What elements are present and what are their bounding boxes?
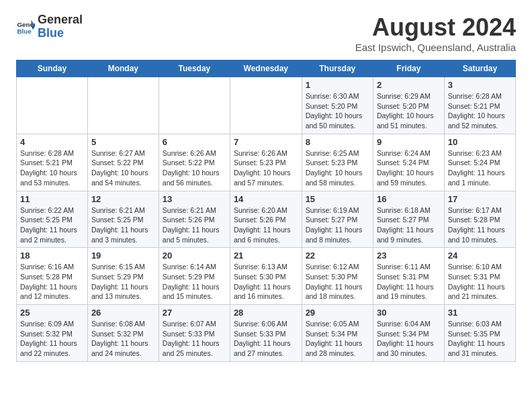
calendar-cell: 14Sunrise: 6:20 AM Sunset: 5:26 PM Dayli… — [230, 191, 302, 248]
day-number: 12 — [91, 194, 155, 204]
day-info: Sunrise: 6:25 AM Sunset: 5:23 PM Dayligh… — [306, 148, 369, 188]
day-info: Sunrise: 6:05 AM Sunset: 5:34 PM Dayligh… — [306, 319, 369, 359]
calendar-cell: 18Sunrise: 6:16 AM Sunset: 5:28 PM Dayli… — [17, 248, 88, 305]
calendar-week-5: 25Sunrise: 6:09 AM Sunset: 5:32 PM Dayli… — [17, 305, 516, 362]
calendar-cell: 4Sunrise: 6:28 AM Sunset: 5:21 PM Daylig… — [17, 134, 88, 191]
calendar-cell: 29Sunrise: 6:05 AM Sunset: 5:34 PM Dayli… — [302, 305, 373, 362]
day-number: 14 — [234, 194, 298, 204]
day-number: 18 — [20, 250, 84, 261]
calendar-cell: 11Sunrise: 6:22 AM Sunset: 5:25 PM Dayli… — [17, 191, 88, 248]
day-number: 26 — [91, 308, 155, 318]
day-info: Sunrise: 6:12 AM Sunset: 5:30 PM Dayligh… — [306, 262, 369, 302]
day-number: 21 — [234, 250, 298, 261]
day-header-monday: Monday — [87, 60, 159, 77]
calendar-week-2: 4Sunrise: 6:28 AM Sunset: 5:21 PM Daylig… — [17, 134, 516, 191]
calendar-cell: 25Sunrise: 6:09 AM Sunset: 5:32 PM Dayli… — [17, 305, 88, 362]
day-info: Sunrise: 6:03 AM Sunset: 5:35 PM Dayligh… — [448, 319, 512, 359]
title-area: August 2024 East Ipswich, Queensland, Au… — [355, 13, 516, 53]
logo-blue: Blue — [38, 27, 83, 40]
day-number: 7 — [234, 137, 298, 147]
day-number: 19 — [91, 250, 155, 261]
day-number: 31 — [448, 308, 512, 318]
logo-general: General — [38, 13, 83, 27]
day-number: 8 — [306, 137, 369, 147]
day-info: Sunrise: 6:21 AM Sunset: 5:26 PM Dayligh… — [163, 205, 226, 245]
calendar-cell: 6Sunrise: 6:26 AM Sunset: 5:22 PM Daylig… — [159, 134, 230, 191]
day-info: Sunrise: 6:07 AM Sunset: 5:33 PM Dayligh… — [163, 319, 226, 359]
calendar-cell: 3Sunrise: 6:28 AM Sunset: 5:21 PM Daylig… — [444, 77, 515, 134]
calendar-cell: 17Sunrise: 6:17 AM Sunset: 5:28 PM Dayli… — [444, 191, 515, 248]
day-number: 13 — [163, 194, 226, 204]
day-info: Sunrise: 6:13 AM Sunset: 5:30 PM Dayligh… — [234, 262, 298, 302]
day-number: 9 — [377, 137, 441, 147]
day-info: Sunrise: 6:22 AM Sunset: 5:25 PM Dayligh… — [20, 205, 84, 245]
day-number: 24 — [448, 250, 512, 261]
day-header-friday: Friday — [373, 60, 444, 77]
calendar-table: SundayMondayTuesdayWednesdayThursdayFrid… — [16, 60, 516, 362]
day-info: Sunrise: 6:06 AM Sunset: 5:33 PM Dayligh… — [234, 319, 298, 359]
page-title: August 2024 — [355, 13, 516, 42]
logo: General Blue General Blue — [16, 13, 83, 40]
day-info: Sunrise: 6:26 AM Sunset: 5:23 PM Dayligh… — [234, 148, 298, 188]
calendar-cell: 2Sunrise: 6:29 AM Sunset: 5:20 PM Daylig… — [373, 77, 444, 134]
calendar-week-4: 18Sunrise: 6:16 AM Sunset: 5:28 PM Dayli… — [17, 248, 516, 305]
day-info: Sunrise: 6:19 AM Sunset: 5:27 PM Dayligh… — [306, 205, 369, 245]
calendar-cell: 8Sunrise: 6:25 AM Sunset: 5:23 PM Daylig… — [302, 134, 373, 191]
day-number: 3 — [448, 80, 512, 90]
day-info: Sunrise: 6:24 AM Sunset: 5:24 PM Dayligh… — [377, 148, 441, 188]
calendar-header: SundayMondayTuesdayWednesdayThursdayFrid… — [17, 60, 516, 77]
calendar-cell: 31Sunrise: 6:03 AM Sunset: 5:35 PM Dayli… — [444, 305, 515, 362]
day-header-wednesday: Wednesday — [230, 60, 302, 77]
calendar-cell: 20Sunrise: 6:14 AM Sunset: 5:29 PM Dayli… — [159, 248, 230, 305]
day-info: Sunrise: 6:23 AM Sunset: 5:24 PM Dayligh… — [448, 148, 512, 188]
calendar-cell — [159, 77, 230, 134]
day-number: 22 — [306, 250, 369, 261]
day-number: 23 — [377, 250, 441, 261]
day-info: Sunrise: 6:28 AM Sunset: 5:21 PM Dayligh… — [448, 91, 512, 131]
day-number: 30 — [377, 308, 441, 318]
day-number: 1 — [306, 80, 369, 90]
calendar-cell: 16Sunrise: 6:18 AM Sunset: 5:27 PM Dayli… — [373, 191, 444, 248]
calendar-cell: 1Sunrise: 6:30 AM Sunset: 5:20 PM Daylig… — [302, 77, 373, 134]
calendar-cell: 19Sunrise: 6:15 AM Sunset: 5:29 PM Dayli… — [87, 248, 159, 305]
calendar-cell: 27Sunrise: 6:07 AM Sunset: 5:33 PM Dayli… — [159, 305, 230, 362]
page-subtitle: East Ipswich, Queensland, Australia — [355, 42, 516, 53]
calendar-cell: 7Sunrise: 6:26 AM Sunset: 5:23 PM Daylig… — [230, 134, 302, 191]
day-info: Sunrise: 6:15 AM Sunset: 5:29 PM Dayligh… — [91, 262, 155, 302]
day-info: Sunrise: 6:09 AM Sunset: 5:32 PM Dayligh… — [20, 319, 84, 359]
day-info: Sunrise: 6:11 AM Sunset: 5:31 PM Dayligh… — [377, 262, 441, 302]
calendar-cell: 24Sunrise: 6:10 AM Sunset: 5:31 PM Dayli… — [444, 248, 515, 305]
day-header-saturday: Saturday — [444, 60, 515, 77]
day-number: 2 — [377, 80, 441, 90]
day-info: Sunrise: 6:27 AM Sunset: 5:22 PM Dayligh… — [91, 148, 155, 188]
day-number: 27 — [163, 308, 226, 318]
day-number: 20 — [163, 250, 226, 261]
calendar-week-1: 1Sunrise: 6:30 AM Sunset: 5:20 PM Daylig… — [17, 77, 516, 134]
day-header-thursday: Thursday — [302, 60, 373, 77]
day-number: 29 — [306, 308, 369, 318]
calendar-cell: 5Sunrise: 6:27 AM Sunset: 5:22 PM Daylig… — [87, 134, 159, 191]
day-number: 11 — [20, 194, 84, 204]
day-number: 16 — [377, 194, 441, 204]
calendar-cell: 12Sunrise: 6:21 AM Sunset: 5:25 PM Dayli… — [87, 191, 159, 248]
day-header-sunday: Sunday — [17, 60, 88, 77]
calendar-cell: 15Sunrise: 6:19 AM Sunset: 5:27 PM Dayli… — [302, 191, 373, 248]
calendar-cell: 30Sunrise: 6:04 AM Sunset: 5:34 PM Dayli… — [373, 305, 444, 362]
calendar-cell — [17, 77, 88, 134]
day-info: Sunrise: 6:21 AM Sunset: 5:25 PM Dayligh… — [91, 205, 155, 245]
day-info: Sunrise: 6:20 AM Sunset: 5:26 PM Dayligh… — [234, 205, 298, 245]
day-info: Sunrise: 6:14 AM Sunset: 5:29 PM Dayligh… — [163, 262, 226, 302]
day-number: 5 — [91, 137, 155, 147]
day-info: Sunrise: 6:04 AM Sunset: 5:34 PM Dayligh… — [377, 319, 441, 359]
page-header: General Blue General Blue August 2024 Ea… — [16, 13, 516, 53]
day-info: Sunrise: 6:16 AM Sunset: 5:28 PM Dayligh… — [20, 262, 84, 302]
day-info: Sunrise: 6:29 AM Sunset: 5:20 PM Dayligh… — [377, 91, 441, 131]
calendar-cell — [87, 77, 159, 134]
calendar-cell — [230, 77, 302, 134]
calendar-cell: 13Sunrise: 6:21 AM Sunset: 5:26 PM Dayli… — [159, 191, 230, 248]
day-number: 25 — [20, 308, 84, 318]
logo-icon: General Blue — [16, 17, 35, 36]
day-info: Sunrise: 6:17 AM Sunset: 5:28 PM Dayligh… — [448, 205, 512, 245]
day-number: 17 — [448, 194, 512, 204]
calendar-cell: 22Sunrise: 6:12 AM Sunset: 5:30 PM Dayli… — [302, 248, 373, 305]
